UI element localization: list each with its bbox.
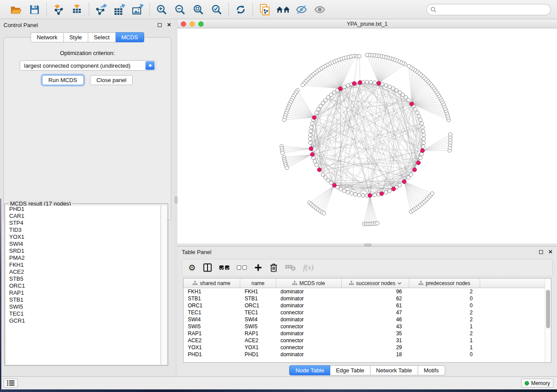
graph-node[interactable] (404, 96, 408, 99)
graph-node[interactable] (381, 83, 384, 86)
mcds-result-item[interactable]: CAR1 (6, 213, 160, 220)
graph-node[interactable] (346, 190, 349, 194)
column-header-successor-nodes[interactable]: successor nodes (342, 279, 409, 288)
search-input[interactable] (426, 4, 551, 15)
import-network-button[interactable] (51, 3, 66, 17)
tab-edge-table[interactable]: Edge Table (330, 365, 370, 375)
mcds-result-item[interactable]: STP4 (6, 220, 160, 227)
graph-node[interactable] (346, 83, 349, 87)
graph-node[interactable] (309, 129, 312, 133)
table-row[interactable]: FKH1FKH1dominator962 (183, 288, 551, 295)
save-session-button[interactable] (27, 3, 42, 17)
table-row[interactable]: YOX1YOX1connector291 (183, 344, 551, 351)
graph-node[interactable] (421, 125, 424, 129)
graph-hub-node[interactable] (391, 187, 395, 191)
graph-node[interactable] (422, 137, 426, 141)
graph-node[interactable] (308, 137, 312, 141)
graph-hub-node[interactable] (310, 152, 314, 156)
graph-node[interactable] (365, 53, 369, 57)
graph-hub-node[interactable] (358, 80, 362, 84)
graph-node[interactable] (384, 83, 387, 87)
graph-node[interactable] (422, 145, 425, 148)
graph-node[interactable] (398, 183, 401, 187)
graph-node[interactable] (301, 83, 304, 86)
export-network-button[interactable] (93, 3, 108, 17)
graph-hub-node[interactable] (312, 116, 316, 120)
tab-node-table[interactable]: Node Table (289, 365, 330, 375)
delete-column-button[interactable] (270, 261, 278, 274)
graph-node[interactable] (322, 211, 325, 215)
graph-node[interactable] (407, 176, 410, 179)
graph-hub-node[interactable] (352, 82, 356, 86)
graph-node[interactable] (422, 129, 425, 133)
graph-node[interactable] (321, 101, 325, 105)
column-header-predecessor-nodes[interactable]: predecessor nodes (409, 279, 480, 288)
table-row[interactable]: ORC1ORC1dominator610 (183, 302, 551, 309)
hide-selected-button[interactable] (294, 3, 309, 17)
graph-node[interactable] (361, 194, 365, 197)
show-columns-button[interactable] (203, 261, 212, 274)
export-image-button[interactable] (130, 3, 145, 17)
function-builder-button[interactable]: f(x) (303, 261, 314, 274)
graph-node[interactable] (409, 173, 413, 176)
graph-node[interactable] (324, 176, 327, 179)
graph-node[interactable] (430, 192, 434, 195)
tab-select[interactable]: Select (88, 32, 116, 42)
select-all-rows-button[interactable] (219, 261, 229, 274)
delete-table-button[interactable] (285, 261, 296, 274)
graph-node[interactable] (414, 107, 417, 111)
close-panel-icon[interactable]: ✕ (167, 22, 171, 28)
network-titlebar[interactable]: YPA_prune.txt_1 (177, 20, 557, 28)
graph-node[interactable] (449, 133, 452, 136)
float-panel-icon[interactable] (158, 23, 162, 27)
mcds-result-item[interactable]: SRD1 (6, 248, 160, 254)
mcds-result-item[interactable]: STB1 (6, 296, 160, 303)
graph-node[interactable] (407, 98, 410, 102)
graph-hub-node[interactable] (410, 102, 414, 106)
graph-node[interactable] (350, 192, 353, 195)
mcds-result-item[interactable]: PHD1 (6, 206, 160, 213)
graph-node[interactable] (384, 190, 387, 194)
graph-hub-node[interactable] (368, 193, 372, 197)
graph-node[interactable] (388, 189, 391, 193)
column-header-name[interactable]: name (240, 279, 276, 288)
mcds-result-item[interactable]: RAP1 (6, 289, 160, 296)
graph-node[interactable] (332, 91, 336, 94)
graph-node[interactable] (308, 133, 312, 137)
mcds-result-item[interactable]: TID3 (6, 227, 160, 234)
mcds-result-item[interactable]: GCR1 (6, 317, 160, 324)
graph-node[interactable] (415, 111, 419, 114)
graph-hub-node[interactable] (309, 147, 313, 151)
graph-node[interactable] (339, 187, 343, 191)
graph-node[interactable] (369, 80, 373, 84)
tab-style[interactable]: Style (64, 32, 88, 42)
graph-hub-node[interactable] (317, 168, 321, 172)
graph-node[interactable] (388, 85, 391, 89)
graph-node[interactable] (343, 189, 346, 193)
show-all-button[interactable] (312, 3, 327, 17)
zoom-out-button[interactable] (173, 3, 187, 17)
graph-node[interactable] (420, 152, 423, 156)
refresh-button[interactable] (233, 3, 248, 17)
mcds-result-item[interactable]: FKH1 (6, 261, 160, 268)
new-network-from-selection-button[interactable] (257, 3, 272, 17)
table-row[interactable]: SWI5SWI5connector431 (183, 323, 551, 330)
mcds-result-item[interactable]: SWI4 (6, 241, 160, 248)
close-panel-button[interactable]: Close panel (90, 75, 133, 85)
graph-hub-node[interactable] (338, 87, 342, 91)
mcds-result-item[interactable]: STB5 (6, 275, 160, 282)
graph-node[interactable] (283, 118, 286, 121)
mcds-result-item[interactable]: PMA2 (6, 254, 160, 261)
tab-network[interactable]: Network (31, 32, 64, 42)
table-scrollbar-thumb[interactable] (546, 290, 550, 328)
graph-node[interactable] (419, 156, 422, 159)
open-file-button[interactable] (9, 3, 24, 17)
graph-node[interactable] (357, 193, 361, 197)
table-row[interactable]: PHD1PHD1dominator180 (183, 351, 551, 358)
close-table-panel-icon[interactable]: ✕ (548, 249, 553, 254)
graph-node[interactable] (376, 221, 379, 225)
tab-mcds[interactable]: MCDS (116, 32, 144, 42)
graph-node[interactable] (358, 55, 361, 58)
graph-node[interactable] (417, 114, 421, 118)
graph-node[interactable] (373, 81, 377, 84)
